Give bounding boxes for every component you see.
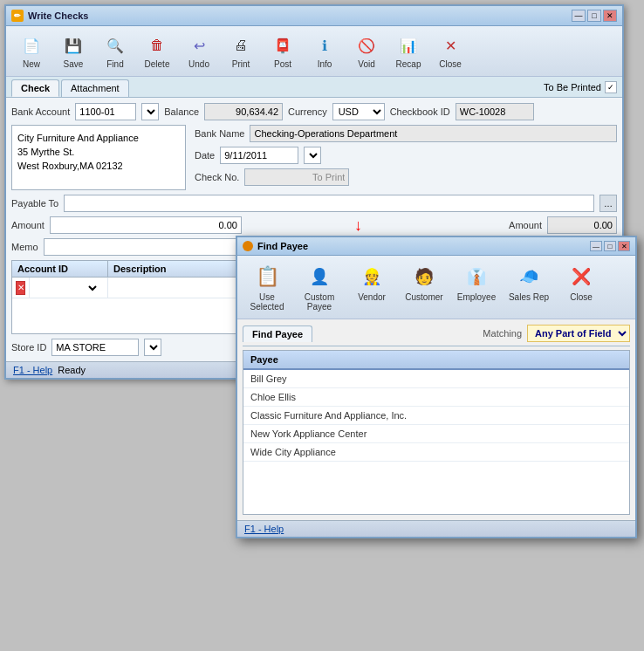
customer-button[interactable]: 🧑 Customer [400, 259, 449, 315]
vendor-label: Vendor [358, 292, 386, 302]
store-id-select[interactable]: ▼ [144, 339, 161, 356]
custom-payee-icon: 👤 [305, 263, 333, 291]
amount-input[interactable] [50, 216, 242, 234]
payee-list-empty-area [243, 462, 629, 514]
save-label: Save [64, 59, 84, 69]
payable-to-browse-button[interactable]: … [599, 195, 617, 212]
delete-button[interactable]: 🗑 Delete [137, 30, 177, 72]
vendor-icon: 👷 [358, 263, 386, 291]
bank-account-row: Bank Account ▼ Balance Currency USD Chec… [11, 103, 617, 120]
vendor-button[interactable]: 👷 Vendor [347, 259, 396, 315]
minimize-button[interactable]: — [572, 10, 586, 22]
title-controls: — □ ✕ [572, 10, 617, 22]
print-icon: 🖨 [229, 33, 253, 58]
payable-to-label: Payable To [11, 198, 58, 209]
dialog-title-text: Find Payee [257, 241, 308, 251]
employee-icon: 👔 [462, 263, 490, 291]
save-icon: 💾 [61, 33, 86, 58]
address-line3: West Roxbury,MA 02132 [17, 159, 180, 173]
status-text: Ready [58, 365, 86, 375]
payable-to-input[interactable] [64, 195, 594, 212]
account-id-column: Account ID [12, 261, 108, 277]
use-selected-icon: 📋 [253, 263, 281, 291]
dialog-minimize-button[interactable]: — [590, 241, 602, 251]
find-payee-dialog: Find Payee — □ ✕ 📋 Use Selected 👤 Custom… [236, 236, 637, 538]
account-id-input[interactable] [33, 280, 86, 296]
employee-button[interactable]: 👔 Employee [452, 259, 501, 315]
tab-attachment[interactable]: Attachment [61, 79, 129, 97]
account-id-select[interactable]: ▼ [86, 280, 99, 296]
bank-account-input[interactable] [75, 103, 136, 120]
main-close-icon: ✕ [438, 33, 462, 58]
matching-label: Matching [483, 328, 522, 339]
window-title: Write Checks [28, 10, 89, 21]
to-be-printed-checkbox[interactable]: ✓ [605, 81, 617, 93]
check-no-label: Check No. [195, 172, 239, 182]
void-button[interactable]: 🚫 Void [346, 30, 387, 72]
delete-label: Delete [145, 59, 170, 69]
payee-item-0[interactable]: Bill Grey [243, 370, 629, 388]
payee-item-1[interactable]: Chloe Ellis [243, 388, 629, 407]
delete-row-button[interactable]: ✕ [16, 281, 25, 295]
new-label: New [23, 59, 40, 69]
date-row: Date ▼ [195, 147, 617, 164]
payee-item-4[interactable]: Wide City Appliance [243, 443, 629, 462]
payee-item-2[interactable]: Classic Furniture And Appliance, Inc. [243, 407, 629, 425]
find-label: Find [106, 59, 123, 69]
tab-check[interactable]: Check [11, 79, 59, 97]
info-button[interactable]: ℹ Info [305, 30, 345, 72]
bank-name-input [250, 125, 617, 142]
dialog-close-toolbar-label: Close [570, 292, 593, 302]
currency-select[interactable]: USD [332, 103, 385, 120]
custom-payee-button[interactable]: 👤 Custom Payee [295, 259, 344, 315]
address-line2: 35 Myrthe St. [17, 145, 180, 159]
memo-label: Memo [11, 242, 38, 252]
date-dropdown[interactable]: ▼ [304, 147, 321, 164]
dialog-help-link[interactable]: F1 - Help [244, 524, 284, 534]
sales-rep-button[interactable]: 🧢 Sales Rep [504, 259, 553, 315]
amount-label: Amount [11, 220, 45, 230]
right-section: Bank Name Date ▼ Check No. [195, 125, 617, 190]
title-bar: ✏ Write Checks — □ ✕ [6, 6, 622, 26]
balance-label: Balance [164, 106, 199, 117]
save-button[interactable]: 💾 Save [53, 30, 93, 72]
bank-name-label: Bank Name [195, 128, 244, 139]
use-selected-label: Use Selected [245, 292, 289, 312]
post-label: Post [274, 59, 291, 69]
post-button[interactable]: 📮 Post [263, 30, 303, 72]
employee-label: Employee [457, 292, 496, 302]
find-payee-tab[interactable]: Find Payee [243, 326, 312, 342]
undo-label: Undo [188, 59, 209, 69]
recap-button[interactable]: 📊 Recap [388, 30, 428, 72]
store-id-input[interactable] [51, 339, 139, 356]
address-section: City Furniture And Appliance 35 Myrthe S… [11, 125, 617, 190]
account-id-cell[interactable]: ▼ [30, 278, 108, 298]
payee-item-3[interactable]: New York Appliance Center [243, 425, 629, 443]
check-no-input [244, 168, 349, 186]
print-label: Print [232, 59, 250, 69]
matching-select[interactable]: Any Part of Field Begins with Exact Matc… [527, 325, 630, 342]
dialog-close-toolbar-button[interactable]: ❌ Close [557, 259, 606, 315]
payable-to-row: Payable To … [11, 195, 617, 212]
find-button[interactable]: 🔍 Find [95, 30, 135, 72]
dialog-close-button[interactable]: ✕ [618, 241, 630, 251]
close-window-button[interactable]: ✕ [603, 10, 617, 22]
undo-button[interactable]: ↩ Undo [179, 30, 219, 72]
help-link[interactable]: F1 - Help [13, 365, 52, 375]
main-close-button[interactable]: ✕ Close [430, 30, 470, 72]
dialog-maximize-button[interactable]: □ [604, 241, 616, 251]
bank-name-row: Bank Name [195, 125, 617, 142]
use-selected-button[interactable]: 📋 Use Selected [243, 259, 291, 315]
to-be-printed: To Be Printed ✓ [544, 79, 617, 97]
new-button[interactable]: 📄 New [11, 30, 51, 72]
bank-account-dropdown[interactable]: ▼ [141, 103, 159, 120]
dialog-toolbar: 📋 Use Selected 👤 Custom Payee 👷 Vendor 🧑… [237, 256, 635, 319]
maximize-button[interactable]: □ [587, 10, 601, 22]
amount-right-label: Amount [509, 220, 542, 230]
print-button[interactable]: 🖨 Print [221, 30, 261, 72]
dialog-app-icon [243, 241, 253, 251]
main-toolbar: 📄 New 💾 Save 🔍 Find 🗑 Delete ↩ Undo 🖨 Pr… [6, 26, 622, 77]
date-input[interactable] [220, 147, 298, 164]
delete-icon: 🗑 [145, 33, 169, 58]
post-icon: 📮 [271, 33, 295, 58]
